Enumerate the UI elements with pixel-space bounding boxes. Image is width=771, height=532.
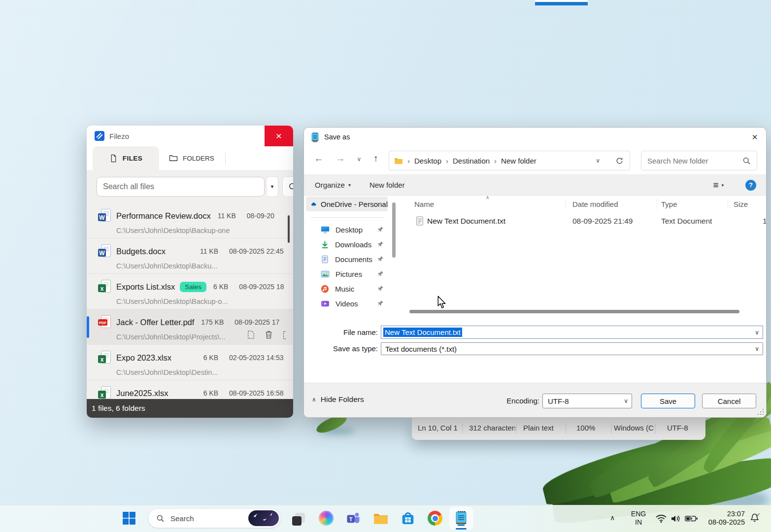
view-options-button[interactable]: ≡ ▾ [713, 180, 724, 191]
language-indicator[interactable]: ENG IN [628, 510, 649, 527]
column-header-type[interactable]: Type [661, 200, 677, 208]
clock[interactable]: 23:07 08-09-2025 [704, 510, 745, 527]
search-highlight-image[interactable] [248, 510, 279, 526]
sidebar-item-label: OneDrive - Personal [321, 200, 388, 208]
dialog-file-row[interactable]: New Text Document.txt 08-09-2025 21:49 T… [404, 214, 766, 229]
active-app-indicator [456, 528, 467, 530]
selected-text: New Text Document.txt [383, 328, 462, 337]
trash-icon[interactable] [265, 330, 273, 339]
sidebar-item-downloads[interactable]: Downloads [304, 237, 390, 252]
pin-icon[interactable] [377, 226, 384, 233]
tab-files-label: FILES [123, 155, 142, 162]
clipped-action-icon[interactable] [283, 331, 286, 339]
file-row[interactable]: Performance Review.docx 11 KB 08-09-20 C… [87, 203, 293, 238]
text-file-icon [415, 216, 424, 226]
refresh-icon[interactable] [615, 157, 624, 165]
excel-file-icon [98, 350, 111, 365]
resize-grip[interactable] [758, 409, 764, 415]
column-divider[interactable] [657, 199, 657, 209]
organize-button[interactable]: Organize ▾ [315, 181, 351, 189]
list-scrollbar[interactable] [288, 215, 290, 243]
sidebar-item-documents[interactable]: Documents [304, 252, 390, 266]
pin-icon[interactable] [377, 270, 384, 277]
help-button[interactable]: ? [745, 180, 756, 191]
file-size: 11 KB [211, 212, 236, 220]
hide-folders-label: Hide Folders [321, 395, 364, 404]
sidebar-item-videos[interactable]: Videos [304, 296, 390, 311]
sidebar-item-music[interactable]: Music [304, 281, 390, 296]
copilot-button[interactable] [315, 507, 337, 529]
start-button[interactable] [118, 507, 140, 529]
address-bar[interactable]: › Desktop › Destination › New folder ∨ [389, 151, 630, 170]
dialog-titlebar[interactable]: Save as × [304, 128, 766, 146]
file-row[interactable]: Expo 2023.xlsx 6 KB 02-05-2023 14:53 C:\… [87, 345, 293, 380]
column-divider[interactable] [728, 199, 728, 209]
back-button[interactable]: ← [312, 153, 326, 164]
breadcrumb-new-folder[interactable]: New folder [501, 157, 536, 165]
file-row[interactable]: Exports List.xlsx Sales 6 KB 08-09-2025 … [87, 274, 293, 309]
pin-icon[interactable] [377, 285, 384, 292]
address-dropdown-chevron[interactable]: ∨ [596, 157, 600, 164]
search-filter-dropdown-button[interactable]: ▼ [267, 177, 278, 197]
show-hidden-icons-button[interactable]: ∧ [610, 514, 615, 522]
wifi-button[interactable] [655, 514, 667, 525]
tab-folders[interactable]: FOLDERS [159, 146, 224, 170]
file-path: C:\Users\John\Desktop\Backup-o... [116, 298, 285, 305]
encoding-dropdown[interactable]: UTF-8 ∨ [542, 394, 632, 408]
pin-icon[interactable] [377, 241, 384, 247]
copy-icon[interactable] [247, 330, 255, 339]
save-button[interactable]: Save [641, 394, 695, 408]
chevron-down-icon: ∨ [755, 345, 759, 352]
filezo-close-button[interactable]: × [265, 126, 293, 146]
cancel-button[interactable]: Cancel [702, 394, 756, 408]
breadcrumb-desktop[interactable]: Desktop [414, 157, 441, 165]
sidebar-item-label: Pictures [335, 270, 362, 278]
file-row[interactable]: June2025.xlsx 6 KB 08-09-2025 16:58 [87, 380, 293, 399]
task-view-button[interactable] [288, 507, 309, 529]
hide-folders-button[interactable]: ∧ Hide Folders [312, 395, 364, 404]
up-button[interactable]: ↑ [369, 153, 383, 164]
breadcrumb-destination[interactable]: Destination [453, 157, 490, 165]
file-size: 175 KB [194, 318, 224, 326]
sidebar-divider [311, 217, 385, 218]
new-folder-button[interactable]: New folder [369, 181, 405, 189]
filezo-titlebar[interactable]: Filezo × [87, 126, 293, 146]
dialog-search-input[interactable] [647, 157, 742, 165]
column-header-name[interactable]: Name [414, 200, 434, 208]
recent-locations-chevron[interactable]: ∨ [352, 156, 366, 163]
notification-bell-button[interactable] [749, 513, 760, 524]
tab-files[interactable]: FILES [93, 146, 159, 170]
column-divider[interactable] [566, 199, 566, 209]
chrome-button[interactable] [424, 507, 446, 529]
sidebar-scrollbar[interactable] [392, 202, 396, 258]
dialog-close-button[interactable]: × [743, 128, 766, 146]
forward-button[interactable]: → [334, 153, 347, 164]
file-row-selected[interactable]: Jack - Offer Letter.pdf 175 KB 08-09-202… [87, 309, 293, 345]
filezo-search-box[interactable] [97, 177, 265, 197]
sort-ascending-icon[interactable]: ∧ [486, 196, 489, 200]
save-as-type-dropdown[interactable]: Text documents (*.txt) ∨ [381, 342, 763, 355]
file-path: C:\Users\John\Desktop\Destin... [116, 368, 285, 376]
dialog-search-box[interactable] [641, 151, 757, 170]
chevron-down-icon[interactable]: ∨ [755, 329, 759, 336]
column-header-date[interactable]: Date modified [572, 200, 618, 208]
search-button[interactable] [283, 177, 293, 197]
filezo-search-input[interactable] [103, 182, 258, 191]
pin-icon[interactable] [377, 256, 384, 262]
sidebar-item-desktop[interactable]: Desktop [304, 222, 390, 237]
taskbar-search[interactable]: Search [148, 508, 281, 528]
notepad-taskbar-button-active[interactable] [449, 507, 473, 530]
file-row[interactable]: Budgets.docx 11 KB 08-09-2025 22:45 C:\U… [87, 238, 293, 274]
sidebar-item-pictures[interactable]: Pictures [304, 266, 390, 281]
horizontal-scrollbar[interactable] [409, 310, 739, 313]
pin-icon[interactable] [377, 300, 384, 306]
column-header-size[interactable]: Size [734, 200, 748, 208]
file-name-input[interactable]: New Text Document.txt ∨ [381, 326, 763, 339]
file-explorer-button[interactable] [370, 507, 392, 529]
microsoft-store-button[interactable] [397, 507, 419, 529]
volume-button[interactable] [670, 515, 681, 525]
teams-button[interactable] [342, 507, 364, 529]
battery-button[interactable] [685, 515, 698, 524]
status-zoom-level[interactable]: 100% [576, 424, 595, 432]
sidebar-item-onedrive[interactable]: OneDrive - Personal [306, 197, 388, 211]
